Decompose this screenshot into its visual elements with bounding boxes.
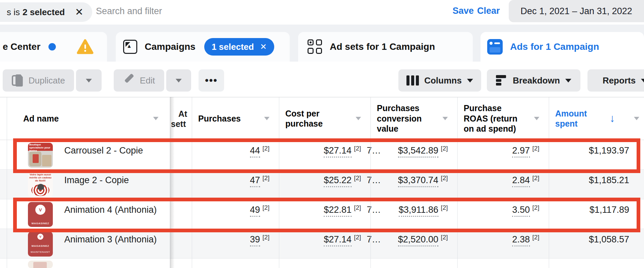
column-header-cost-per-purchase[interactable]: Cost per purchase <box>279 97 370 140</box>
ad-thumbnail[interactable]: Votre lapin aussi mérite un cadeau de No… <box>28 172 53 197</box>
cost-per-purchase-value[interactable]: $27.14 <box>324 145 352 158</box>
pcv-header-label: Purchases conversion value <box>371 103 428 134</box>
sort-caret-icon[interactable] <box>634 117 639 120</box>
footnote-marker: [2] <box>441 234 448 241</box>
reports-button[interactable]: Reports <box>587 69 644 92</box>
sort-caret-icon[interactable] <box>534 117 539 120</box>
pcv-cell: $3,911.86[2] <box>370 199 457 229</box>
column-header-ad-name[interactable]: Ad name <box>7 97 170 140</box>
ad-thumbnail[interactable]: V MAGASINEZ <box>28 202 53 227</box>
ad-name-label[interactable]: Animation 3 (Anthonia) <box>64 234 157 245</box>
purchases-value[interactable]: 44 <box>250 145 260 158</box>
footnote-marker: [2] <box>262 234 270 241</box>
chevron-down-icon <box>467 79 473 82</box>
pcv-value[interactable]: $3,370.74 <box>398 175 438 187</box>
roas-cell <box>457 259 549 268</box>
cost-per-purchase-cell: $25.22[2] <box>279 170 370 199</box>
tab-account-center[interactable]: e Center <box>0 32 107 62</box>
footnote-marker: [2] <box>354 174 361 181</box>
column-header-purchases-conversion-value[interactable]: Purchases conversion value <box>370 97 457 140</box>
edit-label: Edit <box>140 75 155 86</box>
top-bar: s is 2 selected ✕ Search and filter Save… <box>0 0 644 25</box>
sort-caret-icon[interactable] <box>264 117 270 120</box>
roas-value[interactable]: 2.84 <box>512 175 530 187</box>
sort-caret-icon[interactable] <box>153 117 158 120</box>
date-range-picker[interactable]: Dec 1, 2021 – Jan 31, 2022 <box>509 0 644 22</box>
footnote-marker: [2] <box>441 174 448 181</box>
table-row[interactable]: V MAGASINEZ Animation 4 (Anthonia) 7… 49… <box>0 199 644 229</box>
columns-label: Columns <box>424 75 462 86</box>
tab-ad-sets[interactable]: Ad sets for 1 Campaign <box>298 32 473 62</box>
footnote-marker: [2] <box>532 204 539 211</box>
duplicate-dropdown-button[interactable] <box>76 69 102 92</box>
purchases-cell: 44[2] <box>192 140 279 170</box>
badge-close-icon[interactable]: ✕ <box>260 42 267 52</box>
filter-chip-close-icon[interactable]: ✕ <box>75 7 83 17</box>
purchases-value[interactable]: 39 <box>250 234 260 246</box>
campaigns-folder-icon <box>123 40 137 54</box>
pcv-cell: $3,370.74[2] <box>370 170 457 199</box>
purchases-value[interactable]: 49 <box>250 205 260 217</box>
campaigns-selected-badge[interactable]: 1 selected ✕ <box>204 38 274 56</box>
attribution-cell <box>170 259 192 268</box>
breakdown-label: Breakdown <box>513 75 560 86</box>
tab-account-center-label: e Center <box>3 41 40 52</box>
columns-icon <box>406 75 419 86</box>
tab-ads-label: Ads for 1 Campaign <box>510 41 599 52</box>
clear-filter-button[interactable]: Clear <box>477 6 500 16</box>
ad-name-label[interactable]: Animation 4 (Anthonia) <box>64 205 157 215</box>
pcv-value[interactable]: $2,520.00 <box>398 234 438 246</box>
tab-campaigns[interactable]: Campaigns 1 selected ✕ <box>116 32 290 62</box>
chevron-down-icon <box>176 79 182 82</box>
pcv-value[interactable]: $3,542.89 <box>398 145 438 158</box>
cost-per-purchase-value[interactable]: $25.22 <box>324 175 352 187</box>
more-actions-button[interactable]: ••• <box>199 69 224 92</box>
ad-name-cell <box>7 259 170 268</box>
column-header-purchase-roas[interactable]: Purchase ROAS (return on ad spend) <box>457 97 549 140</box>
cost-per-purchase-value[interactable]: $27.14 <box>324 234 352 246</box>
footnote-marker: [2] <box>441 204 448 211</box>
sort-caret-icon[interactable] <box>356 117 361 120</box>
ad-thumbnail[interactable] <box>28 261 53 268</box>
more-icon: ••• <box>205 75 218 86</box>
duplicate-button[interactable]: Duplicate <box>3 69 74 92</box>
table-row[interactable]: Boutique spécialisée pour lapins Carrous… <box>0 140 644 170</box>
roas-value[interactable]: 3.50 <box>512 205 530 217</box>
pcv-value[interactable]: $3,911.86 <box>399 205 438 217</box>
filter-chip[interactable]: s is 2 selected ✕ <box>0 2 92 22</box>
level-tabs: e Center Campaigns 1 selected ✕ Ad s <box>0 25 644 62</box>
edit-button[interactable]: Edit <box>114 69 164 92</box>
roas-value[interactable]: 2.97 <box>512 145 530 158</box>
footnote-marker: [2] <box>354 234 361 241</box>
column-header-amount-spent[interactable]: Amount spent ↓ <box>549 97 644 140</box>
save-filter-button[interactable]: Save <box>453 6 474 16</box>
warning-icon[interactable] <box>77 39 94 55</box>
checkbox-column-header[interactable] <box>0 97 7 140</box>
cost-per-purchase-cell: $27.14[2] <box>279 229 370 259</box>
amount-spent-value: $1,058.57 <box>589 234 629 245</box>
attribution-header-line1: At <box>178 109 187 119</box>
roas-value[interactable]: 2.38 <box>512 234 530 246</box>
ad-thumbnail[interactable]: Boutique spécialisée pour lapins <box>28 143 53 168</box>
tab-ads-active[interactable]: Ads for 1 Campaign <box>480 32 644 62</box>
ad-name-label[interactable]: Carrousel 2 - Copie <box>64 145 143 156</box>
ad-name-label[interactable]: Image 2 - Copie <box>64 175 129 186</box>
purchases-value[interactable]: 47 <box>250 175 260 187</box>
table-row[interactable]: V MAGASINEZ MAINTENANT Animation 3 (Anth… <box>0 229 644 259</box>
pcv-cell: $2,520.00[2] <box>370 229 457 259</box>
breakdown-button[interactable]: Breakdown <box>487 69 580 92</box>
columns-button[interactable]: Columns <box>398 69 481 92</box>
attribution-cell: 7… <box>170 140 192 170</box>
cost-per-purchase-value[interactable]: $22.81 <box>324 205 352 217</box>
tab-campaigns-label: Campaigns <box>145 41 195 52</box>
edit-dropdown-button[interactable] <box>166 69 191 92</box>
search-input[interactable]: Search and filter <box>96 6 162 16</box>
table-row[interactable] <box>0 259 644 268</box>
thumbnail-text: MAGASINEZ <box>28 222 53 225</box>
column-header-attribution-setting[interactable]: At sett <box>170 97 192 140</box>
sort-caret-icon[interactable] <box>442 117 448 120</box>
table-row[interactable]: Votre lapin aussi mérite un cadeau de No… <box>0 170 644 199</box>
column-header-purchases[interactable]: Purchases <box>192 97 279 140</box>
ad-thumbnail[interactable]: V MAGASINEZ MAINTENANT <box>28 232 53 257</box>
ad-sets-grid-icon <box>308 39 322 54</box>
